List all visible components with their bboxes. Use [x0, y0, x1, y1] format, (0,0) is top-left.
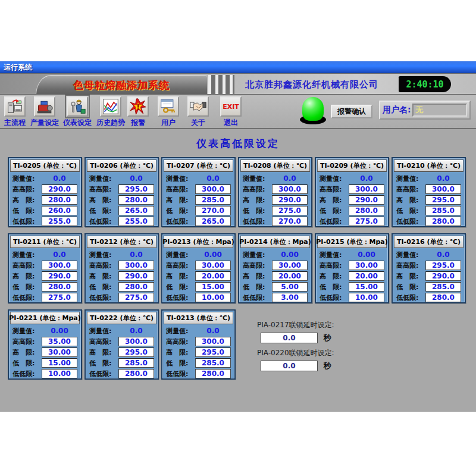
low-limit-input[interactable]	[118, 358, 154, 368]
high-high-limit-row: 高高限:	[320, 261, 384, 270]
high-limit-label: 高 限:	[12, 196, 35, 205]
high-limit-input[interactable]	[272, 271, 308, 281]
toolbar-button-about[interactable]: 关于	[181, 96, 215, 128]
high-limit-input[interactable]	[425, 271, 461, 281]
high-limit-input[interactable]	[42, 347, 77, 357]
low-low-limit-input[interactable]	[272, 293, 308, 302]
interlock-delay-input[interactable]	[261, 361, 318, 371]
toolbar-button-production-settings[interactable]: 产量设定	[28, 96, 61, 128]
high-limit-input[interactable]	[42, 271, 77, 281]
instrument-panel: TI-0212 (单位：℃) 测量值: 0.0 高高限: 高 限: 低 限: 低…	[84, 233, 159, 303]
high-high-limit-input[interactable]	[195, 261, 231, 270]
toolbar-button-label: 退出	[224, 118, 238, 128]
low-limit-input[interactable]	[272, 282, 308, 292]
high-high-limit-input[interactable]	[118, 337, 154, 346]
toolbar-button-label: 用户	[161, 118, 176, 128]
toolbar-button-user[interactable]: 用户	[152, 96, 185, 128]
low-limit-input[interactable]	[42, 206, 77, 215]
low-limit-input[interactable]	[425, 282, 461, 292]
measured-value: 0.0	[195, 327, 231, 335]
high-limit-input[interactable]	[195, 271, 231, 281]
low-low-limit-input[interactable]	[42, 293, 77, 302]
toolbar-button-alarm[interactable]: 报警	[121, 96, 155, 128]
banner-system-tab: 色母粒熔融添加系统	[36, 75, 207, 95]
low-low-limit-input[interactable]	[195, 293, 231, 302]
measured-label: 测量值:	[396, 174, 418, 183]
high-high-limit-input[interactable]	[195, 337, 231, 346]
window-titlebar: 运行系统	[0, 61, 476, 73]
low-limit-row: 低 限:	[12, 206, 77, 215]
high-high-limit-input[interactable]	[425, 184, 461, 194]
low-limit-input[interactable]	[195, 358, 231, 368]
alarm-burst-icon	[127, 96, 149, 117]
low-low-limit-input[interactable]	[195, 217, 231, 226]
high-high-limit-input[interactable]	[42, 337, 77, 346]
high-high-limit-input[interactable]	[42, 184, 77, 194]
panel-title: TI-0209 (单位：℃)	[317, 159, 387, 172]
toolbar-button-main-process[interactable]: 主流程	[0, 96, 32, 128]
high-limit-label: 高 限:	[166, 272, 188, 281]
low-limit-input[interactable]	[118, 282, 154, 292]
instrument-panel: TI-0216 (单位：℃) 测量值: 0.0 高高限: 高 限: 低 限: 低…	[392, 233, 466, 303]
alarm-ack-button[interactable]: 报警确认	[331, 105, 372, 118]
high-limit-input[interactable]	[195, 347, 231, 357]
high-limit-input[interactable]	[349, 195, 384, 205]
low-low-limit-input[interactable]	[42, 217, 77, 226]
low-low-limit-label: 低低限:	[243, 293, 265, 302]
low-limit-input[interactable]	[349, 206, 384, 215]
high-limit-input[interactable]	[272, 195, 308, 205]
measured-label: 测量值:	[396, 250, 418, 259]
low-low-limit-input[interactable]	[349, 217, 384, 226]
high-high-limit-input[interactable]	[349, 184, 384, 194]
low-low-limit-row: 低低限:	[320, 217, 384, 226]
toolbar-button-label: 历史趋势	[96, 118, 125, 128]
high-limit-row: 高 限:	[320, 271, 384, 281]
high-limit-row: 高 限:	[12, 195, 77, 205]
high-high-limit-input[interactable]	[272, 261, 308, 270]
high-high-limit-input[interactable]	[118, 261, 154, 270]
toolbar-button-exit[interactable]: EXIT 退出	[214, 96, 248, 128]
low-low-limit-input[interactable]	[118, 369, 154, 378]
low-limit-row: 低 限:	[396, 206, 461, 215]
low-low-limit-input[interactable]	[195, 369, 231, 378]
low-low-limit-input[interactable]	[425, 293, 461, 302]
high-limit-input[interactable]	[42, 195, 77, 205]
low-limit-input[interactable]	[425, 206, 461, 215]
low-limit-input[interactable]	[195, 206, 231, 215]
low-limit-input[interactable]	[195, 282, 231, 292]
low-low-limit-input[interactable]	[349, 293, 384, 302]
high-high-limit-input[interactable]	[195, 184, 231, 194]
low-low-limit-input[interactable]	[425, 217, 461, 226]
username-field[interactable]: 无	[412, 104, 467, 117]
low-low-limit-row: 低低限:	[166, 217, 231, 226]
high-limit-input[interactable]	[118, 195, 154, 205]
username-label: 用户名:	[383, 105, 411, 115]
toolbar-button-instrument-settings[interactable]: 仪表设定	[61, 96, 94, 128]
low-low-limit-input[interactable]	[118, 217, 154, 226]
high-limit-input[interactable]	[118, 271, 154, 281]
low-limit-input[interactable]	[42, 358, 77, 368]
low-limit-input[interactable]	[349, 282, 384, 292]
high-high-limit-input[interactable]	[272, 184, 308, 194]
low-limit-input[interactable]	[42, 282, 77, 292]
low-low-limit-input[interactable]	[272, 217, 308, 226]
high-high-limit-input[interactable]	[349, 261, 384, 270]
high-high-limit-row: 高高限:	[166, 261, 231, 270]
low-low-limit-input[interactable]	[42, 369, 77, 378]
low-low-limit-label: 低低限:	[166, 293, 188, 302]
high-high-limit-row: 高高限:	[12, 337, 77, 346]
high-high-limit-input[interactable]	[118, 184, 154, 194]
panel-title: PI-0213 (单位：Mpa)	[164, 236, 233, 248]
low-limit-label: 低 限:	[320, 283, 342, 292]
low-limit-input[interactable]	[118, 206, 154, 215]
high-limit-input[interactable]	[425, 195, 461, 205]
high-limit-input[interactable]	[195, 195, 231, 205]
user-keys-icon	[158, 96, 179, 117]
high-high-limit-input[interactable]	[42, 261, 77, 270]
high-limit-input[interactable]	[349, 271, 384, 281]
high-limit-input[interactable]	[118, 347, 154, 357]
low-limit-input[interactable]	[272, 206, 308, 215]
high-high-limit-input[interactable]	[425, 261, 461, 270]
interlock-delay-input[interactable]	[261, 333, 318, 343]
low-low-limit-input[interactable]	[118, 293, 154, 302]
